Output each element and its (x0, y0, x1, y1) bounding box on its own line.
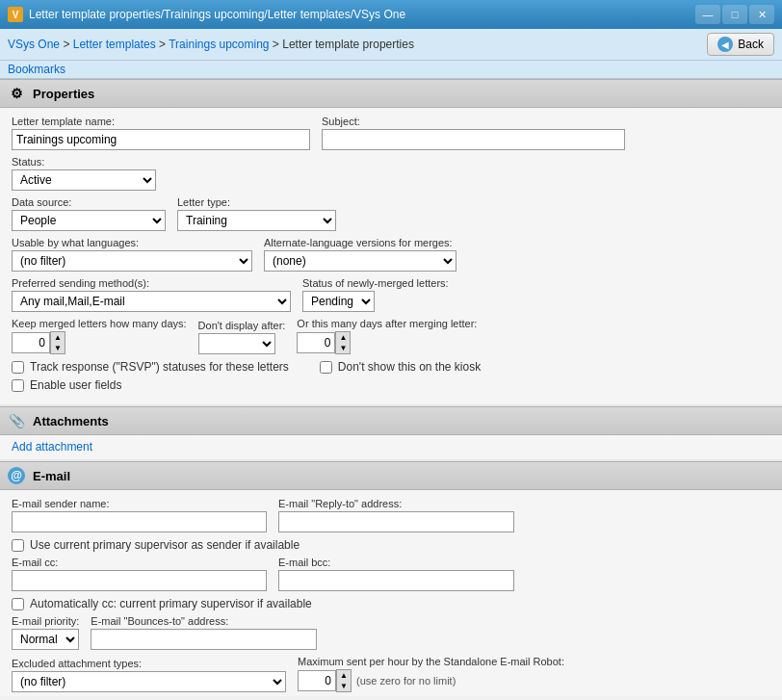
priority-bounceto-row: E-mail priority: Normal High Low E-mail … (12, 615, 770, 650)
cc-input[interactable] (12, 570, 267, 591)
dont-display-group: Don't display after: 1 day 7 days 30 day… (198, 320, 286, 354)
track-response-checkbox[interactable] (12, 361, 24, 374)
priority-label: E-mail priority: (12, 615, 79, 627)
bounceto-label: E-mail "Bounces-to" address: (91, 615, 317, 627)
data-source-select[interactable]: People Organizations (12, 210, 166, 231)
email-section-header: @ E-mail (0, 461, 782, 490)
attachments-section: 📎 Attachments Add attachment (0, 406, 782, 459)
email-sender-row: E-mail sender name: E-mail "Reply-to" ad… (12, 498, 770, 532)
auto-cc-row: Automatically cc: current primary superv… (12, 597, 770, 610)
dont-show-kiosk-label: Don't show this on the kiosk (338, 360, 481, 374)
preferred-sending-label: Preferred sending method(s): (12, 277, 291, 289)
attachments-title: Attachments (33, 414, 109, 428)
subject-label: Subject: (322, 116, 625, 127)
replyto-label: E-mail "Reply-to" address: (278, 498, 514, 509)
lang-row: Usable by what languages: (no filter) En… (12, 237, 770, 272)
track-response-label: Track response ("RSVP") statuses for the… (30, 360, 289, 374)
attachments-area: Add attachment (0, 435, 782, 459)
letter-template-name-group: Letter template name: (12, 116, 310, 150)
use-supervisor-checkbox[interactable] (12, 539, 24, 552)
email-form: E-mail sender name: E-mail "Reply-to" ad… (0, 490, 782, 696)
enable-user-fields-checkbox[interactable] (12, 379, 24, 392)
back-icon: ◀ (717, 37, 733, 52)
properties-section: ⚙ Properties Letter template name: Subje… (0, 79, 782, 404)
sender-name-label: E-mail sender name: (12, 498, 267, 509)
status-select[interactable]: Active Inactive (12, 169, 156, 191)
breadcrumb-trainings-upcoming[interactable]: Trainings upcoming (169, 38, 269, 51)
use-supervisor-row: Use current primary supervisor as sender… (12, 538, 770, 552)
use-supervisor-label: Use current primary supervisor as sender… (30, 538, 300, 552)
breadcrumb-current: Letter template properties (282, 38, 414, 51)
sender-name-group: E-mail sender name: (12, 498, 267, 532)
attachments-icon: 📎 (8, 412, 25, 429)
letter-template-name-label: Letter template name: (12, 116, 310, 127)
letter-type-select[interactable]: Training General (177, 210, 336, 231)
minimize-button[interactable]: — (695, 5, 720, 24)
dont-display-select[interactable]: 1 day 7 days 30 days (198, 333, 275, 354)
data-source-group: Data source: People Organizations (12, 196, 166, 231)
merge-status-label: Status of newly-merged letters: (302, 277, 449, 289)
datasource-lettertype-row: Data source: People Organizations Letter… (12, 196, 770, 231)
cc-bcc-row: E-mail cc: E-mail bcc: (12, 557, 770, 591)
excluded-max-row: Excluded attachment types: (no filter) P… (12, 656, 770, 692)
excluded-types-select[interactable]: (no filter) PDF DOC (12, 671, 286, 692)
keep-merged-input[interactable] (12, 332, 50, 353)
preferred-sending-group: Preferred sending method(s): Any mail,Ma… (12, 277, 291, 312)
subject-input[interactable] (322, 129, 625, 150)
alt-lang-select[interactable]: (none) English Spanish (264, 250, 456, 272)
or-this-many-spinner: ▲ ▼ (297, 331, 477, 354)
keep-merged-up[interactable]: ▲ (51, 332, 65, 343)
max-sent-down[interactable]: ▼ (337, 681, 351, 691)
bcc-group: E-mail bcc: (278, 557, 514, 591)
properties-title: Properties (33, 87, 94, 101)
breadcrumb-vsysone[interactable]: VSys One (8, 38, 60, 51)
letter-template-name-input[interactable] (12, 129, 310, 150)
subject-group: Subject: (322, 116, 625, 150)
dont-show-kiosk-checkbox[interactable] (320, 361, 332, 374)
replyto-input[interactable] (278, 511, 514, 532)
preferred-sending-select[interactable]: Any mail,Mail,E-mail Mail only E-mail on… (12, 291, 291, 312)
add-attachment-link[interactable]: Add attachment (12, 440, 92, 454)
or-this-many-down[interactable]: ▼ (336, 343, 350, 353)
priority-select[interactable]: Normal High Low (12, 629, 79, 650)
attachments-section-header: 📎 Attachments (0, 406, 782, 435)
sender-name-input[interactable] (12, 511, 267, 532)
max-sent-group: Maximum sent per hour by the Standalone … (298, 656, 564, 692)
keep-merged-group: Keep merged letters how many days: ▲ ▼ (12, 318, 187, 354)
cc-group: E-mail cc: (12, 557, 267, 591)
usable-lang-label: Usable by what languages: (12, 237, 252, 248)
merge-status-select[interactable]: Pending Sent Draft (302, 291, 375, 312)
properties-icon: ⚙ (8, 85, 25, 102)
max-sent-up[interactable]: ▲ (337, 670, 351, 681)
nav-bar: VSys One > Letter templates > Trainings … (0, 29, 782, 61)
keep-merged-label: Keep merged letters how many days: (12, 318, 187, 329)
usable-lang-select[interactable]: (no filter) English Spanish (12, 250, 252, 272)
breadcrumb-sep2: > (159, 38, 169, 51)
auto-cc-checkbox[interactable] (12, 598, 24, 610)
keep-merged-down[interactable]: ▼ (51, 343, 65, 353)
breadcrumb: VSys One > Letter templates > Trainings … (8, 38, 414, 51)
usable-lang-group: Usable by what languages: (no filter) En… (12, 237, 252, 272)
data-source-label: Data source: (12, 196, 166, 208)
status-group: Status: Active Inactive (12, 156, 156, 191)
days-row: Keep merged letters how many days: ▲ ▼ D… (12, 318, 770, 354)
back-button[interactable]: ◀ Back (707, 33, 774, 56)
bookmarks-bar: Bookmarks (0, 61, 782, 79)
bcc-input[interactable] (278, 570, 514, 591)
max-sent-input[interactable] (298, 670, 336, 691)
enable-user-fields-row: Enable user fields (12, 378, 770, 392)
merge-status-group: Status of newly-merged letters: Pending … (302, 277, 449, 312)
bounceto-input[interactable] (91, 629, 317, 650)
bookmarks-link[interactable]: Bookmarks (8, 63, 65, 76)
cc-label: E-mail cc: (12, 557, 267, 568)
sending-status-row: Preferred sending method(s): Any mail,Ma… (12, 277, 770, 312)
alt-lang-label: Alternate-language versions for merges: (264, 237, 456, 248)
maximize-button[interactable]: □ (722, 5, 747, 24)
or-this-many-up[interactable]: ▲ (336, 332, 350, 343)
properties-form: Letter template name: Subject: Status: A… (0, 108, 782, 404)
close-button[interactable]: ✕ (749, 5, 774, 24)
keep-merged-spinner: ▲ ▼ (12, 331, 187, 354)
auto-cc-label: Automatically cc: current primary superv… (30, 597, 312, 610)
breadcrumb-letter-templates[interactable]: Letter templates (73, 38, 156, 51)
or-this-many-input[interactable] (297, 332, 335, 353)
